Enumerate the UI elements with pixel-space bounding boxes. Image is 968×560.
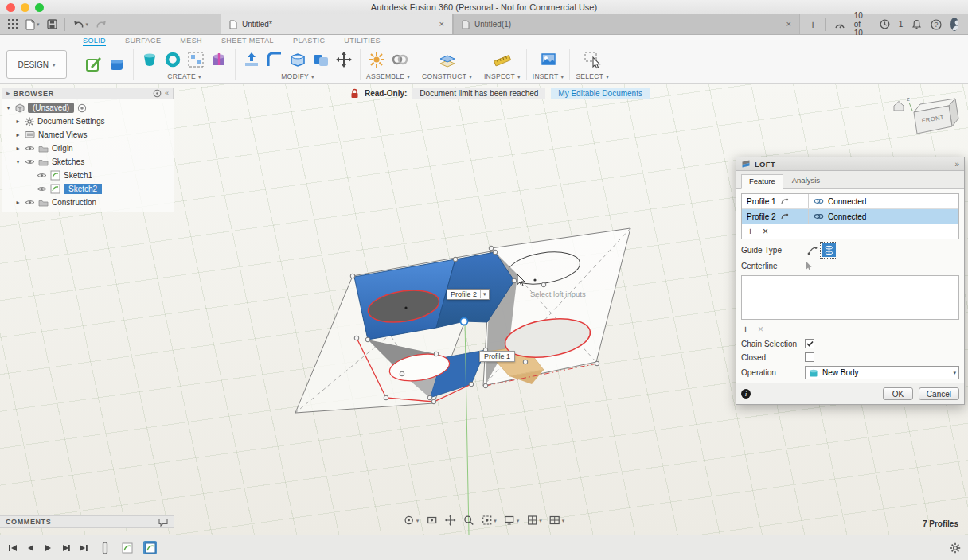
editable-documents-link[interactable]: My Editable Documents [551,88,650,99]
measure-icon[interactable] [492,49,513,70]
profile2-flyout-caret-icon[interactable]: ▾ [480,290,489,298]
add-profile-button[interactable]: + [747,226,753,237]
browser-item-unsaved[interactable]: ▾ (Unsaved) [2,101,174,115]
pan-icon[interactable] [444,515,455,526]
expand-arrow-icon[interactable]: ▾ [5,104,12,111]
tab-untitled[interactable]: Untitled* × [221,14,453,34]
visibility-eye-icon[interactable] [25,199,35,206]
profile-row-1[interactable]: Profile 1 Connected [742,194,958,209]
shell-icon[interactable] [287,49,308,70]
origin-point[interactable] [461,318,468,325]
expand-arrow-icon[interactable]: ▸ [14,199,21,206]
redo-icon[interactable] [96,19,107,29]
add-rail-button[interactable]: + [743,324,748,335]
profile-row-2[interactable]: Profile 2 Connected [742,209,958,224]
visibility-eye-icon[interactable] [37,172,47,179]
guide-type-centerline-button[interactable] [822,243,836,257]
select-tool-icon[interactable] [582,49,603,70]
profile2-flyout[interactable]: Profile 2 ▾ [447,289,490,300]
orbit-icon[interactable]: ▾ [404,515,420,526]
closed-checkbox[interactable] [805,352,814,362]
viewports-icon[interactable]: ▾ [549,515,565,526]
viewcube[interactable]: FRONT Z [892,95,963,147]
tab-analysis[interactable]: Analysis [785,174,827,189]
file-menu-icon[interactable]: ▾ [25,19,40,30]
timeline-go-to-start-button[interactable] [7,542,18,554]
pattern-tool-icon[interactable] [185,49,206,70]
app-grid-menu-icon[interactable] [8,19,18,29]
fit-view-icon[interactable]: ▾ [481,515,497,526]
job-status-clock-icon[interactable] [880,19,890,29]
press-pull-icon[interactable] [241,49,262,70]
save-icon[interactable] [47,19,57,29]
modify-menu[interactable]: MODIFY ▾ [281,72,314,80]
rails-selection-box[interactable] [741,275,959,320]
guide-type-rails-button[interactable] [805,243,819,257]
inspect-menu[interactable]: INSPECT ▾ [484,72,521,80]
tab-feature[interactable]: Feature [741,174,783,189]
design-workspace-button[interactable]: DESIGN ▾ [6,50,67,79]
profile1-label[interactable]: Profile 1 [479,351,515,362]
notifications-bell-icon[interactable] [911,19,922,29]
user-avatar[interactable] [950,18,958,31]
construct-menu[interactable]: CONSTRUCT ▾ [422,72,472,80]
browser-item-sketch1[interactable]: Sketch1 [2,169,174,182]
browser-item-construction[interactable]: ▸ Construction [2,196,174,209]
viewcube-home-icon[interactable] [894,102,904,111]
operation-dropdown[interactable]: New Body ▾ [805,366,959,379]
undo-icon[interactable]: ▾ [72,19,89,29]
create-menu[interactable]: CREATE ▾ [167,72,201,80]
timeline-feature-sketch1[interactable] [120,541,134,554]
grid-settings-icon[interactable]: ▾ [526,515,542,526]
comments-bar[interactable]: COMMENTS [0,515,174,528]
help-icon[interactable]: ? [931,19,942,30]
minimize-window-button[interactable] [21,3,29,12]
zoom-icon[interactable] [463,515,474,526]
ribbon-tab-mesh[interactable]: MESH [180,37,202,46]
combine-icon[interactable] [310,49,331,70]
expand-arrow-icon[interactable]: ▸ [14,118,21,125]
browser-item-sketches[interactable]: ▾ Sketches [2,155,174,169]
expand-arrow-icon[interactable]: ▾ [14,158,21,165]
new-document-plus-icon[interactable]: + [810,18,816,31]
create-sketch-icon[interactable] [84,54,104,75]
move-copy-icon[interactable] [334,49,354,70]
browser-pin-icon[interactable] [153,89,162,98]
browser-item-origin[interactable]: ▸ Origin [2,142,174,155]
ribbon-tab-utilities[interactable]: UTILITIES [344,37,381,46]
activate-radio-icon[interactable] [77,103,87,113]
ribbon-tab-plastic[interactable]: PLASTIC [293,37,325,46]
browser-header[interactable]: ▸ BROWSER « [2,88,174,99]
timeline-play-button[interactable] [42,542,53,554]
timeline-settings-gear-icon[interactable] [950,542,961,554]
timeline-go-to-end-button[interactable] [77,542,88,554]
browser-collapse-arrow-icon[interactable]: ▸ [6,90,10,97]
revolve-tool-icon[interactable] [162,49,183,70]
select-cursor-icon[interactable] [805,261,813,271]
remove-rail-button[interactable]: × [758,324,763,335]
browser-item-named-views[interactable]: ▸ Named Views [2,128,174,142]
document-limit-gauge-icon[interactable] [834,20,845,29]
ok-button[interactable]: OK [883,387,913,400]
hole-tool-icon[interactable] [209,49,229,70]
info-icon[interactable]: i [741,389,751,399]
ribbon-tab-surface[interactable]: SURFACE [125,37,161,46]
look-at-icon[interactable] [426,515,437,526]
browser-hide-chevrons-icon[interactable]: « [165,90,169,97]
browser-item-sketch2[interactable]: Sketch2 [2,182,174,196]
visibility-eye-icon[interactable] [37,185,47,192]
fillet-icon[interactable] [264,49,285,70]
tab-untitled-1[interactable]: Untitled(1) × [453,14,800,34]
display-settings-icon[interactable]: ▾ [504,515,520,526]
browser-item-document-settings[interactable]: ▸ Document Settings [2,115,174,128]
timeline-step-back-button[interactable] [25,542,36,554]
construction-plane-icon[interactable] [437,49,458,70]
visibility-eye-icon[interactable] [25,145,35,152]
chain-selection-checkbox[interactable] [805,339,814,348]
ribbon-tab-solid[interactable]: SOLID [83,37,106,46]
close-window-button[interactable] [6,3,15,12]
zoom-window-button[interactable] [35,3,44,12]
joint-icon[interactable] [366,49,387,70]
remove-profile-button[interactable]: × [763,226,768,237]
insert-menu[interactable]: INSERT ▾ [533,72,564,80]
